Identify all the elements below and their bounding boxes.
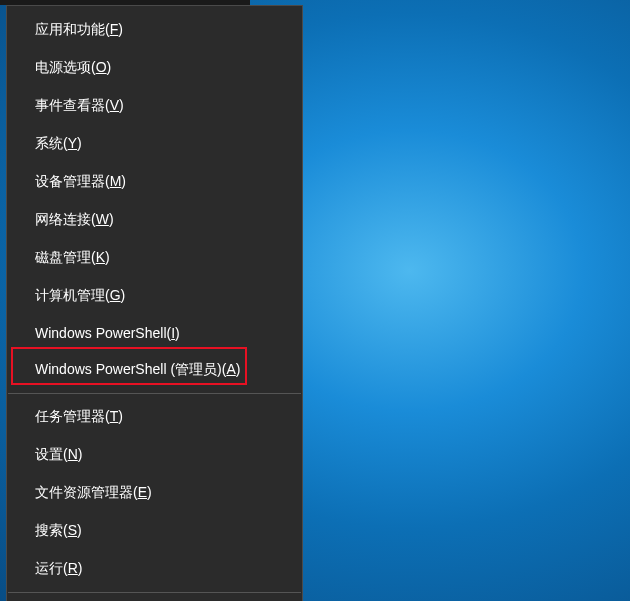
menu-label: 电源选项(O) bbox=[35, 59, 111, 77]
menu-label: 文件资源管理器(E) bbox=[35, 484, 152, 502]
menu-item-settings[interactable]: 设置(N) bbox=[7, 436, 302, 474]
menu-item-shutdown-signout[interactable]: 关机或注销(U) bbox=[7, 597, 302, 601]
menu-item-network-connections[interactable]: 网络连接(W) bbox=[7, 201, 302, 239]
menu-label: 搜索(S) bbox=[35, 522, 82, 540]
menu-item-file-explorer[interactable]: 文件资源管理器(E) bbox=[7, 474, 302, 512]
menu-item-device-manager[interactable]: 设备管理器(M) bbox=[7, 163, 302, 201]
menu-label: 计算机管理(G) bbox=[35, 287, 125, 305]
menu-label: 系统(Y) bbox=[35, 135, 82, 153]
menu-label: 网络连接(W) bbox=[35, 211, 114, 229]
menu-item-system[interactable]: 系统(Y) bbox=[7, 125, 302, 163]
menu-item-disk-management[interactable]: 磁盘管理(K) bbox=[7, 239, 302, 277]
menu-label: 磁盘管理(K) bbox=[35, 249, 110, 267]
menu-label: 设备管理器(M) bbox=[35, 173, 126, 191]
menu-item-powershell[interactable]: Windows PowerShell(I) bbox=[7, 315, 302, 351]
menu-label: Windows PowerShell (管理员)(A) bbox=[35, 361, 240, 379]
menu-label: 事件查看器(V) bbox=[35, 97, 124, 115]
menu-label: 设置(N) bbox=[35, 446, 82, 464]
winx-context-menu: 应用和功能(F) 电源选项(O) 事件查看器(V) 系统(Y) 设备管理器(M)… bbox=[6, 5, 303, 601]
menu-item-apps-features[interactable]: 应用和功能(F) bbox=[7, 11, 302, 49]
menu-separator bbox=[8, 592, 301, 593]
menu-item-powershell-admin[interactable]: Windows PowerShell (管理员)(A) bbox=[7, 351, 302, 389]
menu-separator bbox=[8, 393, 301, 394]
menu-label: 运行(R) bbox=[35, 560, 82, 578]
menu-item-run[interactable]: 运行(R) bbox=[7, 550, 302, 588]
menu-item-search[interactable]: 搜索(S) bbox=[7, 512, 302, 550]
menu-label: 任务管理器(T) bbox=[35, 408, 123, 426]
menu-label: Windows PowerShell(I) bbox=[35, 325, 180, 341]
menu-item-computer-management[interactable]: 计算机管理(G) bbox=[7, 277, 302, 315]
menu-label: 应用和功能(F) bbox=[35, 21, 123, 39]
menu-item-event-viewer[interactable]: 事件查看器(V) bbox=[7, 87, 302, 125]
menu-item-task-manager[interactable]: 任务管理器(T) bbox=[7, 398, 302, 436]
menu-item-power-options[interactable]: 电源选项(O) bbox=[7, 49, 302, 87]
